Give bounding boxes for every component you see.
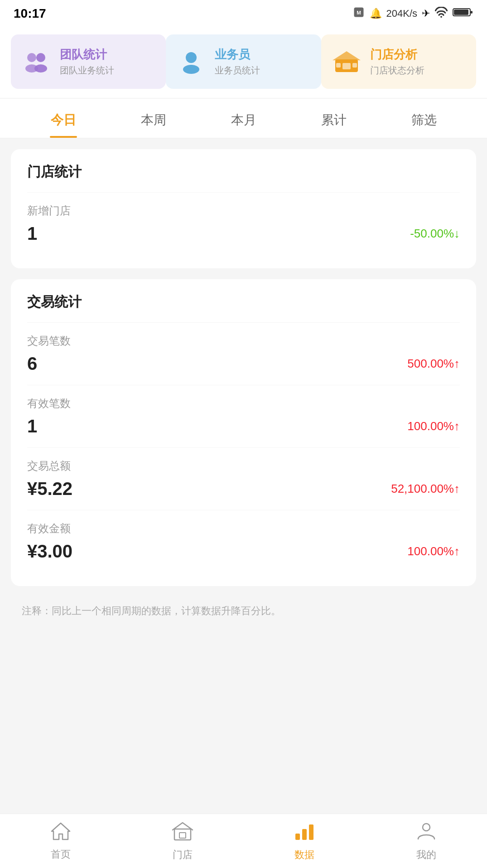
store-stat-label-0: 新增门店 (27, 204, 460, 218)
airplane-icon: ✈ (422, 8, 430, 19)
trade-stat-value-3: ¥3.00 (27, 541, 72, 562)
main-content: 门店统计 新增门店 1 -50.00%↓ 交易统计 交易笔数 6 500.00%… (0, 138, 487, 638)
agent-card-subtitle: 业务员统计 (215, 64, 260, 77)
trade-stat-label-1: 有效笔数 (27, 396, 460, 411)
svg-point-7 (36, 53, 45, 62)
svg-marker-18 (52, 823, 70, 839)
trade-stat-label-2: 交易总额 (27, 459, 460, 473)
store-icon (330, 45, 363, 78)
bottom-nav: 首页 门店 数据 我的 (0, 814, 487, 868)
store-card-title: 门店分析 (370, 47, 424, 63)
mi-icon: M (352, 6, 365, 21)
svg-rect-14 (342, 63, 351, 69)
trade-stat-change-1: 100.00%↑ (407, 419, 460, 433)
svg-point-2 (440, 16, 442, 18)
status-icons: M 🔔 204K/s ✈ (352, 6, 474, 21)
svg-rect-24 (309, 824, 313, 840)
trade-stat-label-3: 有效金额 (27, 521, 460, 536)
svg-rect-5 (471, 11, 473, 14)
store-stats-title: 门店统计 (27, 163, 460, 181)
svg-point-9 (34, 64, 47, 73)
team-card-text: 团队统计 团队业务统计 (60, 47, 114, 77)
team-card-subtitle: 团队业务统计 (60, 64, 114, 77)
wifi-icon (434, 7, 448, 20)
nav-mine[interactable]: 我的 (365, 814, 487, 868)
speed-text: 204K/s (386, 8, 418, 19)
notification-icon: 🔔 (370, 8, 382, 19)
nav-home-label: 首页 (51, 848, 71, 861)
trade-stat-row-2: 交易总额 ¥5.22 52,100.00%↑ (27, 447, 460, 510)
store-stat-value-0: 1 (27, 223, 37, 244)
status-time: 10:17 (14, 6, 46, 21)
store-stat-change-0: -50.00%↓ (410, 227, 460, 241)
nav-store[interactable]: 门店 (122, 814, 244, 868)
trade-stat-label-0: 交易笔数 (27, 334, 460, 348)
svg-point-6 (27, 53, 36, 62)
home-icon (50, 821, 72, 845)
trade-stat-change-3: 100.00%↑ (407, 544, 460, 558)
svg-rect-22 (295, 834, 300, 840)
svg-rect-17 (339, 69, 342, 72)
data-icon (294, 821, 315, 845)
trade-stat-value-2: ¥5.22 (27, 479, 72, 499)
trade-stats-card: 交易统计 交易笔数 6 500.00%↑ 有效笔数 1 100.00%↑ 交易总… (11, 279, 476, 586)
store-card-subtitle: 门店状态分析 (370, 64, 424, 77)
agent-card-title: 业务员 (215, 47, 260, 63)
trade-stat-change-0: 500.00%↑ (407, 357, 460, 371)
team-stats-card[interactable]: 团队统计 团队业务统计 (11, 34, 166, 89)
team-card-title: 团队统计 (60, 47, 114, 63)
trade-stats-title: 交易统计 (27, 293, 460, 311)
tab-week[interactable]: 本周 (108, 99, 198, 138)
store-stat-row-0: 新增门店 1 -50.00%↓ (27, 192, 460, 255)
mine-icon (416, 821, 436, 845)
svg-point-25 (423, 824, 430, 831)
trade-stat-value-1: 1 (27, 416, 37, 436)
svg-rect-23 (302, 829, 307, 840)
tab-month[interactable]: 本月 (198, 99, 289, 138)
nav-store-label: 门店 (173, 848, 193, 862)
trade-stat-value-0: 6 (27, 354, 37, 374)
team-icon (20, 45, 53, 78)
tabs-bar: 今日 本周 本月 累计 筛选 (0, 99, 487, 138)
trade-stat-row-1: 有效笔数 1 100.00%↑ (27, 385, 460, 447)
nav-home[interactable]: 首页 (0, 814, 122, 868)
trade-stat-row-0: 交易笔数 6 500.00%↑ (27, 322, 460, 385)
tab-total[interactable]: 累计 (289, 99, 379, 138)
svg-rect-15 (336, 63, 341, 68)
tab-filter[interactable]: 筛选 (379, 99, 469, 138)
agent-icon (175, 45, 207, 78)
nav-data-label: 数据 (294, 848, 314, 862)
status-bar: 10:17 M 🔔 204K/s ✈ (0, 0, 487, 25)
agent-card-text: 业务员 业务员统计 (215, 47, 260, 77)
store-nav-icon (172, 821, 193, 845)
tab-today[interactable]: 今日 (18, 99, 108, 138)
svg-text:M: M (357, 10, 361, 15)
svg-marker-13 (333, 51, 361, 60)
svg-rect-16 (352, 63, 357, 68)
store-stats-card: 门店统计 新增门店 1 -50.00%↓ (11, 149, 476, 268)
nav-data[interactable]: 数据 (244, 814, 366, 868)
battery-icon (453, 7, 473, 20)
svg-rect-4 (454, 10, 468, 15)
footnote: 注释：同比上一个相同周期的数据，计算数据升降百分比。 (11, 597, 476, 627)
top-cards: 团队统计 团队业务统计 业务员 业务员统计 (0, 25, 487, 98)
store-stat-value-row-0: 1 -50.00%↓ (27, 223, 460, 244)
svg-point-10 (186, 52, 197, 63)
agent-stats-card[interactable]: 业务员 业务员统计 (166, 34, 321, 89)
trade-stat-row-3: 有效金额 ¥3.00 100.00%↑ (27, 510, 460, 572)
store-analysis-card[interactable]: 门店分析 门店状态分析 (321, 34, 476, 89)
store-card-text: 门店分析 门店状态分析 (370, 47, 424, 77)
svg-point-11 (183, 65, 199, 74)
trade-stat-change-2: 52,100.00%↑ (391, 482, 460, 496)
nav-mine-label: 我的 (416, 848, 436, 862)
svg-rect-20 (179, 833, 186, 838)
